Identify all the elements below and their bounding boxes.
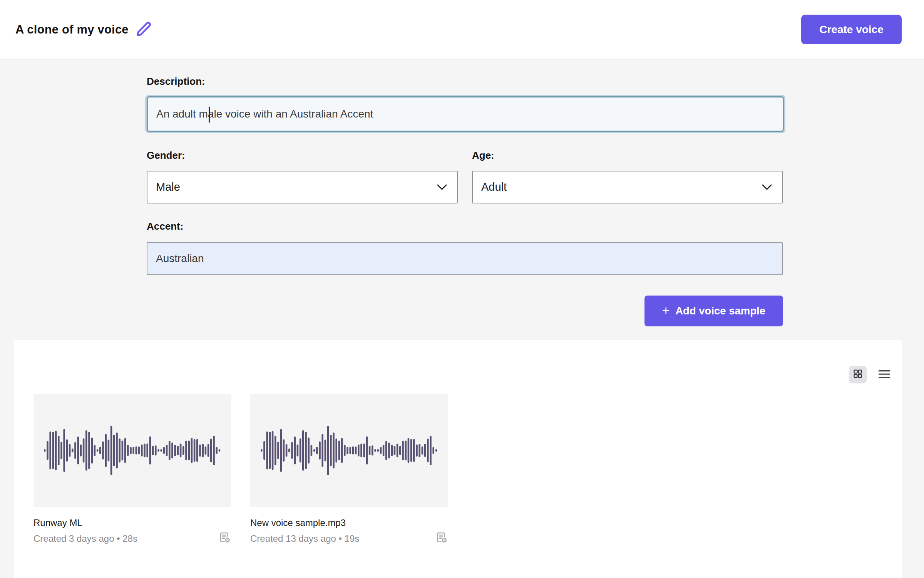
age-select-value: Adult — [481, 181, 507, 193]
add-voice-sample-button[interactable]: + Add voice sample — [644, 296, 783, 326]
text-caret — [209, 107, 210, 123]
page-title: A clone of my voice — [15, 23, 129, 37]
plus-icon: + — [662, 303, 670, 318]
description-label: Description: — [147, 76, 205, 87]
voice-sample-card[interactable]: New voice sample.mp3 Created 13 days ago… — [250, 394, 448, 545]
add-voice-sample-label: Add voice sample — [675, 305, 765, 317]
file-remove-icon — [219, 531, 231, 546]
grid-view-toggle[interactable] — [849, 366, 867, 383]
sample-meta: Created 13 days ago • 19s — [250, 533, 359, 544]
gender-select-value: Male — [156, 181, 180, 193]
pencil-icon — [135, 20, 152, 39]
gender-label: Gender: — [147, 150, 185, 161]
accent-label: Accent: — [147, 220, 183, 232]
voice-sample-card[interactable]: Runway ML Created 3 days ago • 28s — [33, 394, 231, 545]
waveform-thumbnail — [33, 394, 231, 507]
sample-name: Runway ML — [33, 518, 231, 528]
edit-title-button[interactable] — [135, 21, 152, 39]
waveform-icon — [44, 416, 221, 485]
description-input[interactable] — [148, 97, 783, 131]
age-label: Age: — [472, 150, 494, 161]
create-voice-label: Create voice — [819, 24, 884, 36]
sample-meta: Created 3 days ago • 28s — [33, 533, 137, 544]
description-field-wrap — [147, 96, 784, 132]
chevron-down-icon — [761, 181, 773, 193]
create-voice-button[interactable]: Create voice — [801, 15, 902, 44]
sample-name: New voice sample.mp3 — [250, 518, 448, 528]
remove-sample-button[interactable] — [218, 532, 231, 545]
age-select[interactable]: Adult — [472, 171, 783, 203]
chevron-down-icon — [436, 181, 448, 193]
remove-sample-button[interactable] — [435, 532, 448, 545]
list-view-toggle[interactable] — [876, 367, 892, 383]
waveform-icon — [261, 416, 438, 485]
waveform-thumbnail — [250, 394, 448, 507]
accent-input[interactable] — [147, 242, 783, 275]
voice-samples-panel: Runway ML Created 3 days ago • 28s New v… — [14, 340, 902, 578]
gender-select[interactable]: Male — [147, 171, 458, 203]
grid-view-icon — [853, 369, 863, 380]
title-wrap: A clone of my voice — [15, 21, 152, 39]
header-bar: A clone of my voice Create voice — [0, 0, 924, 60]
list-view-icon — [878, 369, 891, 381]
file-remove-icon — [435, 531, 448, 546]
